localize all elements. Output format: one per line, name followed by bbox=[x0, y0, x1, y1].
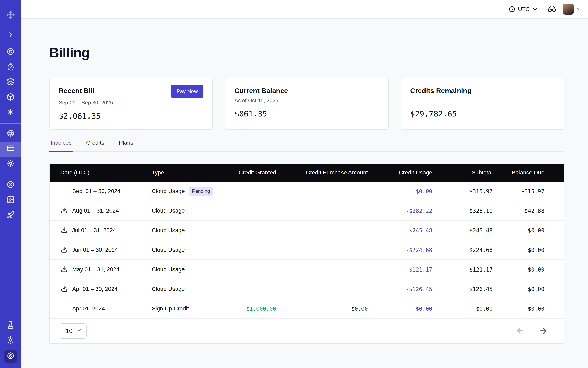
sidebar-item-launch[interactable] bbox=[0, 208, 21, 223]
chevron-down-icon bbox=[532, 6, 538, 12]
previous-page-button[interactable] bbox=[516, 326, 525, 335]
download-invoice-button[interactable] bbox=[60, 285, 68, 293]
balance-due-value: $315.97 bbox=[493, 188, 564, 194]
chevron-right-icon bbox=[7, 31, 15, 41]
table-row: Jun 01 – 30, 2024 Cloud Usage -$224.68 $… bbox=[50, 240, 564, 260]
subtotal-value: $224.68 bbox=[432, 247, 493, 253]
billing-page: Billing Recent Bill Pay Now Sep 01 – Sep… bbox=[21, 19, 588, 368]
icon-placeholder bbox=[60, 187, 68, 195]
avatar[interactable] bbox=[563, 4, 574, 15]
sidebar-divider bbox=[0, 123, 21, 124]
balance-due-value: $0.00 bbox=[493, 227, 564, 234]
table-row: Jul 01 – 31, 2024 Cloud Usage -$245.48 $… bbox=[50, 221, 564, 240]
download-invoice-button[interactable] bbox=[60, 207, 68, 215]
card-amount: $29,782.65 bbox=[410, 109, 555, 118]
tab-plans[interactable]: Plans bbox=[118, 139, 134, 151]
recent-bill-card: Recent Bill Pay Now Sep 01 – Sep 30, 202… bbox=[49, 77, 213, 130]
timezone-selector[interactable]: UTC bbox=[508, 6, 538, 13]
icon-placeholder bbox=[60, 305, 68, 313]
column-header-credit-granted: Credit Granted bbox=[217, 169, 276, 176]
credit-usage-value: -$224.68 bbox=[368, 247, 432, 253]
billing-app: UTC Billing bbox=[0, 0, 588, 368]
sidebar-item-usage[interactable] bbox=[0, 127, 21, 142]
sidebar-item-settings[interactable] bbox=[0, 157, 21, 172]
table-footer: 10 bbox=[50, 319, 564, 343]
page-size-value: 10 bbox=[66, 327, 72, 334]
column-header-credit-usage: Credit Usage bbox=[368, 169, 432, 176]
sidebar-expand-button[interactable] bbox=[0, 28, 21, 43]
chevron-down-icon bbox=[76, 327, 82, 335]
view-mode-button[interactable] bbox=[548, 5, 556, 13]
credit-granted-value: $1,000.00 bbox=[217, 306, 276, 312]
sidebar-bottom-group bbox=[0, 318, 21, 368]
pay-now-button[interactable]: Pay Now bbox=[171, 85, 203, 98]
box-icon bbox=[7, 93, 15, 103]
sidebar-credits-button[interactable] bbox=[4, 350, 17, 363]
billing-tabs: Invoices Credits Plans bbox=[49, 139, 564, 152]
column-header-balance-due: Balance Due bbox=[493, 169, 564, 176]
sidebar bbox=[0, 0, 21, 368]
table-row: Aug 01 – 31, 2024 Cloud Usage -$282.22 $… bbox=[50, 201, 564, 221]
sidebar-item-support[interactable] bbox=[0, 178, 21, 193]
next-page-button[interactable] bbox=[539, 326, 548, 335]
download-invoice-button[interactable] bbox=[60, 266, 68, 273]
column-header-type: Type bbox=[152, 169, 217, 176]
invoice-date: Apr 01, 2024 bbox=[72, 305, 105, 312]
invoice-type: Cloud Usage bbox=[152, 286, 185, 292]
invoice-type: Cloud Usage bbox=[152, 266, 185, 273]
page-size-select[interactable]: 10 bbox=[60, 323, 87, 339]
tab-invoices[interactable]: Invoices bbox=[49, 139, 73, 152]
subtotal-value: $0.00 bbox=[432, 306, 493, 312]
image-icon bbox=[7, 196, 15, 205]
pending-status-badge: Pending bbox=[189, 187, 213, 196]
sidebar-item-packages[interactable] bbox=[0, 90, 21, 105]
sidebar-item-billing[interactable] bbox=[0, 142, 21, 157]
gear-icon bbox=[7, 159, 15, 169]
tab-credits[interactable]: Credits bbox=[85, 139, 106, 151]
page-title: Billing bbox=[49, 45, 564, 61]
pagination bbox=[516, 326, 548, 335]
invoice-date: Sept 01 – 30, 2024 bbox=[72, 188, 120, 194]
balance-due-value: $42.88 bbox=[493, 208, 564, 214]
sidebar-divider bbox=[0, 175, 21, 175]
card-amount: $861.35 bbox=[235, 109, 379, 118]
credit-purchase-value: $0.00 bbox=[276, 306, 368, 312]
invoice-type: Cloud Usage bbox=[152, 188, 185, 194]
invoice-date: May 01 – 31, 2024 bbox=[72, 266, 119, 273]
balance-due-value: $0.00 bbox=[493, 267, 564, 273]
invoice-type: Cloud Usage bbox=[152, 247, 185, 253]
credit-usage-value: -$121.17 bbox=[368, 267, 432, 273]
sidebar-item-clusters[interactable] bbox=[0, 75, 21, 90]
invoice-date: Aug 01 – 31, 2024 bbox=[72, 207, 119, 214]
card-subtitle: Sep 01 – Sep 30, 2025 bbox=[59, 99, 203, 106]
sidebar-item-labs[interactable] bbox=[0, 318, 21, 333]
subtotal-value: $245.48 bbox=[432, 227, 493, 234]
invoice-type: Sign Up Credit bbox=[152, 305, 189, 312]
credit-card-icon bbox=[7, 144, 15, 154]
timer-icon bbox=[7, 63, 15, 73]
rocket-icon bbox=[7, 211, 15, 221]
invoice-type: Cloud Usage bbox=[152, 207, 185, 214]
credit-usage-value: -$245.48 bbox=[368, 227, 432, 234]
sidebar-item-console[interactable] bbox=[0, 193, 21, 208]
circle-x-icon bbox=[7, 181, 15, 190]
credit-usage-value: -$126.45 bbox=[368, 286, 432, 292]
sidebar-item-integrations[interactable] bbox=[0, 105, 21, 120]
download-invoice-button[interactable] bbox=[60, 226, 68, 234]
sidebar-item-overview[interactable] bbox=[0, 45, 21, 60]
column-header-credit-purchase-amount: Credit Purchase Amount bbox=[276, 169, 368, 176]
asterisk-icon bbox=[7, 108, 15, 118]
balance-due-value: $0.00 bbox=[493, 247, 564, 253]
sidebar-item-theme[interactable] bbox=[0, 333, 21, 349]
credit-usage-value: $0.00 bbox=[368, 306, 432, 312]
clock-icon bbox=[508, 6, 516, 13]
target-icon bbox=[7, 47, 15, 57]
download-invoice-button[interactable] bbox=[60, 246, 68, 254]
table-row: Apr 01, 2024 Sign Up Credit $1,000.00 $0… bbox=[50, 299, 564, 319]
app-logo[interactable] bbox=[0, 8, 21, 23]
sidebar-item-activity[interactable] bbox=[0, 60, 21, 75]
credit-usage-value: -$282.22 bbox=[368, 208, 432, 214]
current-balance-card: Current Balance As of Oct 15, 2025 $861.… bbox=[225, 77, 389, 130]
chevron-down-icon[interactable] bbox=[576, 6, 581, 12]
table-row: May 01 – 31, 2024 Cloud Usage -$121.17 $… bbox=[50, 260, 564, 279]
